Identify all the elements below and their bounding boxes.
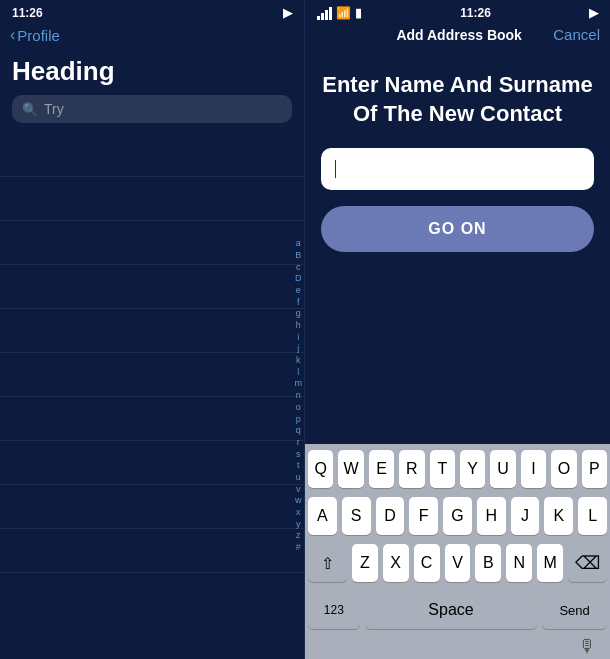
key-b[interactable]: B: [475, 544, 501, 582]
key-q[interactable]: Q: [308, 450, 333, 488]
alpha-letter[interactable]: n: [296, 390, 301, 402]
alpha-letter[interactable]: a: [296, 238, 301, 250]
key-n[interactable]: N: [506, 544, 532, 582]
list-item[interactable]: [0, 441, 304, 485]
key-a[interactable]: A: [308, 497, 337, 535]
signal-icons: 📶 ▮: [317, 6, 362, 20]
key-v[interactable]: V: [445, 544, 471, 582]
key-r[interactable]: R: [399, 450, 424, 488]
list-item[interactable]: [0, 133, 304, 177]
key-j[interactable]: J: [511, 497, 540, 535]
alpha-letter[interactable]: p: [296, 414, 301, 426]
alpha-letter[interactable]: #: [296, 542, 301, 554]
key-s[interactable]: S: [342, 497, 371, 535]
list-item[interactable]: [0, 529, 304, 573]
shift-key[interactable]: ⇧: [308, 544, 347, 582]
space-key[interactable]: Space: [365, 591, 538, 629]
keyboard: Q W E R T Y U I O P A S D F G H J K L ⇧ …: [305, 444, 610, 633]
alpha-letter[interactable]: r: [297, 437, 300, 449]
alpha-letter[interactable]: m: [295, 378, 303, 390]
alpha-letter[interactable]: t: [297, 460, 300, 472]
alpha-letter[interactable]: s: [296, 449, 301, 461]
nav-title: Add Address Book: [396, 27, 522, 43]
list-item[interactable]: [0, 309, 304, 353]
alpha-letter[interactable]: B: [295, 250, 301, 262]
alpha-letter[interactable]: u: [296, 472, 301, 484]
search-bar[interactable]: 🔍 Try: [12, 95, 292, 123]
send-key[interactable]: Send: [542, 591, 607, 629]
signal-bars: [317, 7, 332, 20]
key-w[interactable]: W: [338, 450, 363, 488]
list-item[interactable]: [0, 353, 304, 397]
list-item[interactable]: [0, 221, 304, 265]
key-m[interactable]: M: [537, 544, 563, 582]
alpha-letter[interactable]: h: [296, 320, 301, 332]
alpha-letter[interactable]: y: [296, 519, 301, 531]
modal-content: Enter Name And Surname Of The New Contac…: [305, 51, 610, 444]
key-y[interactable]: Y: [460, 450, 485, 488]
list-item[interactable]: [0, 397, 304, 441]
key-g[interactable]: G: [443, 497, 472, 535]
wifi-icon: 📶: [336, 6, 351, 20]
key-i[interactable]: I: [521, 450, 546, 488]
time-right: 11:26: [460, 6, 491, 20]
alpha-letter[interactable]: k: [296, 355, 301, 367]
key-u[interactable]: U: [490, 450, 515, 488]
battery-icon: ▮: [355, 6, 362, 20]
status-bar-left: 11:26 ▶: [0, 0, 304, 22]
key-l[interactable]: L: [578, 497, 607, 535]
list-item[interactable]: [0, 177, 304, 221]
alpha-letter[interactable]: v: [296, 484, 301, 496]
time-left: 11:26: [12, 6, 43, 20]
key-z[interactable]: Z: [352, 544, 378, 582]
alpha-letter[interactable]: c: [296, 262, 301, 274]
modal-heading: Enter Name And Surname Of The New Contac…: [321, 71, 594, 128]
keyboard-row-1: Q W E R T Y U I O P: [308, 450, 607, 488]
go-on-button[interactable]: GO ON: [321, 206, 594, 252]
key-o[interactable]: O: [551, 450, 576, 488]
keyboard-row-2: A S D F G H J K L: [308, 497, 607, 535]
alpha-letter[interactable]: g: [296, 308, 301, 320]
alpha-letter[interactable]: z: [296, 530, 301, 542]
alpha-letter[interactable]: j: [297, 343, 299, 355]
keyboard-row-4: 123 Space Send: [308, 591, 607, 629]
key-p[interactable]: P: [582, 450, 607, 488]
list-item[interactable]: [0, 265, 304, 309]
key-x[interactable]: X: [383, 544, 409, 582]
alpha-letter[interactable]: e: [296, 285, 301, 297]
cancel-button[interactable]: Cancel: [553, 26, 600, 43]
key-t[interactable]: T: [430, 450, 455, 488]
alpha-letter[interactable]: q: [296, 425, 301, 437]
list-item[interactable]: [0, 485, 304, 529]
right-panel: 📶 ▮ 11:26 ▶ Add Address Book Cancel Ente…: [305, 0, 610, 659]
key-k[interactable]: K: [544, 497, 573, 535]
bottom-bar: 🎙: [305, 633, 610, 659]
alpha-letter[interactable]: o: [296, 402, 301, 414]
delete-key[interactable]: ⌫: [568, 544, 607, 582]
key-d[interactable]: D: [376, 497, 405, 535]
alpha-letter[interactable]: l: [297, 367, 299, 379]
alpha-letter[interactable]: w: [295, 495, 302, 507]
microphone-icon[interactable]: 🎙: [578, 636, 596, 657]
key-f[interactable]: F: [409, 497, 438, 535]
numbers-key[interactable]: 123: [308, 591, 360, 629]
back-label: Profile: [17, 27, 60, 44]
alpha-letter[interactable]: i: [297, 332, 299, 344]
nav-bar-right: Add Address Book Cancel: [305, 22, 610, 51]
name-input[interactable]: [321, 148, 594, 190]
key-c[interactable]: C: [414, 544, 440, 582]
alpha-letter[interactable]: x: [296, 507, 301, 519]
keyboard-row-3: ⇧ Z X C V B N M ⌫: [308, 544, 607, 582]
alpha-letter[interactable]: f: [297, 297, 300, 309]
text-cursor: [335, 160, 336, 178]
status-bar-right: 📶 ▮ 11:26 ▶: [305, 0, 610, 22]
location-icon-right: ▶: [589, 6, 598, 20]
chevron-icon: ‹: [10, 26, 15, 44]
key-h[interactable]: H: [477, 497, 506, 535]
contacts-list: aBcDefghijklmnopqrstuvwxyz#: [0, 133, 304, 659]
left-panel: 11:26 ▶ ‹ Profile Heading 🔍 Try aBcDefgh: [0, 0, 305, 659]
search-placeholder: Try: [44, 101, 64, 117]
alpha-letter[interactable]: D: [295, 273, 302, 285]
key-e[interactable]: E: [369, 450, 394, 488]
back-button[interactable]: ‹ Profile: [10, 26, 60, 44]
